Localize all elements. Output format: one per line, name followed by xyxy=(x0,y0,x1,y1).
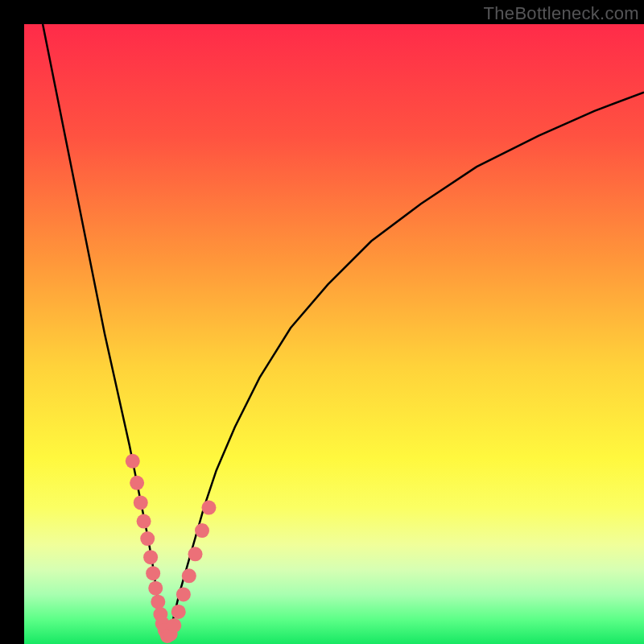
highlight-dot xyxy=(148,581,163,596)
highlight-dot xyxy=(151,595,165,609)
highlight-dot xyxy=(195,523,209,538)
plot-area xyxy=(24,24,644,644)
chart-frame: TheBottleneck.com xyxy=(0,0,644,644)
highlight-dot xyxy=(134,495,148,510)
highlight-dot xyxy=(143,550,158,564)
highlight-dot xyxy=(130,476,144,490)
watermark-text: TheBottleneck.com xyxy=(484,3,639,24)
highlight-dots-group xyxy=(126,454,217,643)
highlight-dot xyxy=(126,454,140,469)
highlight-dot xyxy=(146,566,160,580)
highlight-dot xyxy=(182,568,196,583)
bottleneck-curve-right xyxy=(167,93,644,637)
highlight-dot xyxy=(201,501,216,515)
highlight-dot xyxy=(176,587,191,601)
highlight-dot xyxy=(167,618,181,633)
highlight-dot xyxy=(137,514,151,529)
curve-svg xyxy=(24,24,644,644)
highlight-dot xyxy=(188,547,203,561)
highlight-dot xyxy=(140,531,155,546)
highlight-dot xyxy=(171,605,186,619)
